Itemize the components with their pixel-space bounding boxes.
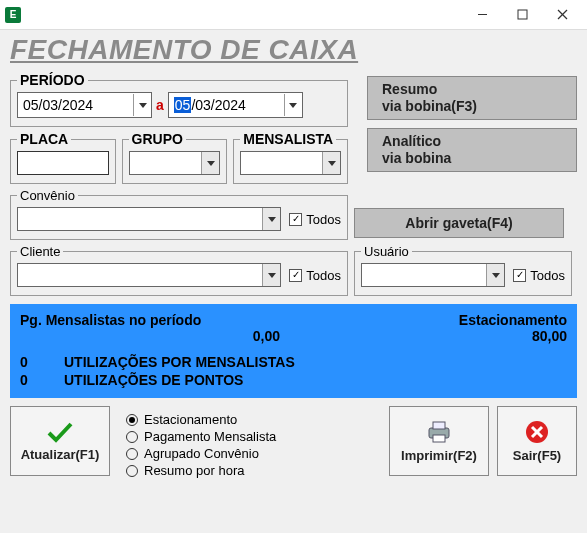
cliente-dropdown[interactable] <box>262 264 280 286</box>
chevron-down-icon <box>139 103 147 108</box>
svg-marker-10 <box>492 273 500 278</box>
radio-resumo-hora[interactable]: Resumo por hora <box>126 463 381 478</box>
radio-agrupado-convenio[interactable]: Agrupado Convênio <box>126 446 381 461</box>
maximize-button[interactable] <box>502 1 542 29</box>
date-to-day: 05 <box>174 97 192 113</box>
app-icon: E <box>5 7 21 23</box>
svg-rect-12 <box>433 422 445 429</box>
anal-l1: Analítico <box>382 133 441 150</box>
svg-marker-4 <box>139 103 147 108</box>
radio-pagamento-mensalista[interactable]: Pagamento Mensalista <box>126 429 381 444</box>
cliente-todos-check[interactable]: ✓ Todos <box>289 268 341 283</box>
checkbox-icon: ✓ <box>289 269 302 282</box>
abrir-gaveta-button[interactable]: Abrir gaveta(F4) <box>354 208 564 238</box>
svg-marker-7 <box>328 161 336 166</box>
printer-icon <box>425 420 453 444</box>
mensalista-select[interactable] <box>240 151 341 175</box>
anal-l2: via bobina <box>382 150 451 167</box>
periodo-label: PERÍODO <box>17 72 88 88</box>
svg-marker-9 <box>268 273 276 278</box>
svg-marker-5 <box>289 103 297 108</box>
mensalista-dropdown[interactable] <box>322 152 340 174</box>
grupo-select[interactable] <box>129 151 221 175</box>
mensalistas-periodo-value: 0,00 <box>20 328 280 344</box>
convenio-label: Convênio <box>17 188 78 203</box>
sair-label: Sair(F5) <box>513 448 561 463</box>
date-to-rest: /03/2024 <box>191 97 246 113</box>
imprimir-button[interactable]: Imprimir(F2) <box>389 406 489 476</box>
resumo-l2: via bobina(F3) <box>382 98 477 115</box>
convenio-fieldset: Convênio ✓ Todos <box>10 188 348 240</box>
date-from-input[interactable]: 05/03/2024 <box>17 92 152 118</box>
report-type-radios: Estacionamento Pagamento Mensalista Agru… <box>118 406 381 480</box>
radio-agrupado-label: Agrupado Convênio <box>144 446 259 461</box>
convenio-todos-label: Todos <box>306 212 341 227</box>
convenio-todos-check[interactable]: ✓ Todos <box>289 212 341 227</box>
mensalistas-periodo-label: Pg. Mensalistas no período <box>20 312 201 328</box>
convenio-dropdown[interactable] <box>262 208 280 230</box>
minimize-button[interactable] <box>462 1 502 29</box>
grupo-fieldset: GRUPO <box>122 131 228 184</box>
date-separator: a <box>156 97 164 113</box>
usuario-fieldset: Usuário ✓ Todos <box>354 244 572 296</box>
radio-estacionamento-label: Estacionamento <box>144 412 237 427</box>
svg-rect-13 <box>433 435 445 442</box>
placa-fieldset: PLACA <box>10 131 116 184</box>
checkbox-icon: ✓ <box>513 269 526 282</box>
sair-button[interactable]: Sair(F5) <box>497 406 577 476</box>
chevron-down-icon <box>492 273 500 278</box>
check-icon <box>46 421 74 443</box>
svg-marker-6 <box>207 161 215 166</box>
periodo-fieldset: PERÍODO 05/03/2024 a 05/03/2024 <box>10 72 348 127</box>
mensalista-label: MENSALISTA <box>240 131 336 147</box>
usuario-todos-label: Todos <box>530 268 565 283</box>
date-to-dropdown[interactable] <box>284 94 302 116</box>
grupo-dropdown[interactable] <box>201 152 219 174</box>
date-from-value: 05/03/2024 <box>23 97 93 113</box>
radio-resumo-hora-label: Resumo por hora <box>144 463 244 478</box>
minimize-icon <box>477 9 488 20</box>
mensalista-fieldset: MENSALISTA <box>233 131 348 184</box>
util-mensalistas-count: 0 <box>20 354 64 370</box>
atualizar-label: Atualizar(F1) <box>21 447 100 462</box>
maximize-icon <box>517 9 528 20</box>
usuario-todos-check[interactable]: ✓ Todos <box>513 268 565 283</box>
analitico-bobina-button[interactable]: Analítico via bobina <box>367 128 577 172</box>
chevron-down-icon <box>207 161 215 166</box>
checkbox-icon: ✓ <box>289 213 302 226</box>
svg-marker-8 <box>268 217 276 222</box>
convenio-select[interactable] <box>17 207 281 231</box>
date-from-dropdown[interactable] <box>133 94 151 116</box>
usuario-dropdown[interactable] <box>486 264 504 286</box>
radio-estacionamento[interactable]: Estacionamento <box>126 412 381 427</box>
date-to-input[interactable]: 05/03/2024 <box>168 92 303 118</box>
chevron-down-icon <box>268 217 276 222</box>
placa-input[interactable] <box>17 151 109 175</box>
estacionamento-value: 80,00 <box>532 328 567 344</box>
titlebar: E <box>0 0 587 30</box>
imprimir-label: Imprimir(F2) <box>401 448 477 463</box>
util-pontos-count: 0 <box>20 372 64 388</box>
chevron-down-icon <box>289 103 297 108</box>
radio-pg-mensalista-label: Pagamento Mensalista <box>144 429 276 444</box>
estacionamento-label: Estacionamento <box>459 312 567 328</box>
atualizar-button[interactable]: Atualizar(F1) <box>10 406 110 476</box>
cliente-fieldset: Cliente ✓ Todos <box>10 244 348 296</box>
svg-rect-1 <box>518 10 527 19</box>
util-pontos-label: UTILIZAÇÕES DE PONTOS <box>64 372 243 388</box>
cliente-todos-label: Todos <box>306 268 341 283</box>
util-mensalistas-label: UTILIZAÇÕES POR MENSALISTAS <box>64 354 295 370</box>
grupo-label: GRUPO <box>129 131 186 147</box>
cliente-label: Cliente <box>17 244 63 259</box>
close-button[interactable] <box>542 1 582 29</box>
summary-panel: Pg. Mensalistas no período Estacionament… <box>10 304 577 398</box>
resumo-l1: Resumo <box>382 81 437 98</box>
chevron-down-icon <box>268 273 276 278</box>
abrir-gaveta-label: Abrir gaveta(F4) <box>405 215 512 231</box>
page-title: FECHAMENTO DE CAIXA <box>10 34 577 66</box>
usuario-select[interactable] <box>361 263 505 287</box>
resumo-bobina-button[interactable]: Resumo via bobina(F3) <box>367 76 577 120</box>
chevron-down-icon <box>328 161 336 166</box>
cliente-select[interactable] <box>17 263 281 287</box>
close-icon <box>557 9 568 20</box>
